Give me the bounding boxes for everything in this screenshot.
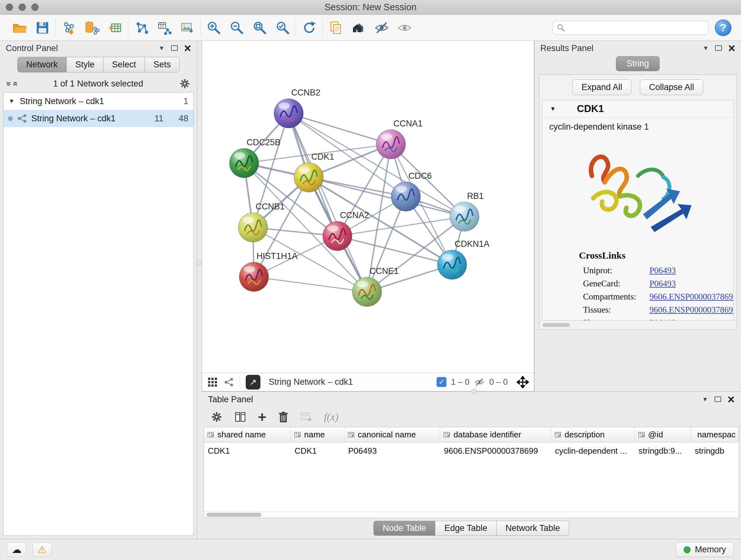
- network-node-CDC25B[interactable]: CDC25B: [229, 138, 280, 178]
- import-network-file-button[interactable]: [60, 18, 78, 37]
- refresh-button[interactable]: [300, 18, 319, 37]
- function-builder-icon[interactable]: f(x): [324, 411, 339, 423]
- column-header[interactable]: name: [291, 427, 344, 442]
- panel-close-icon[interactable]: ×: [728, 44, 735, 53]
- zoom-out-button[interactable]: [227, 18, 246, 37]
- crosslink-link[interactable]: P06493: [650, 279, 676, 289]
- tab-style[interactable]: Style: [67, 57, 104, 72]
- cell-database-identifier[interactable]: 9606.ENSP00000378699: [440, 442, 551, 459]
- first-neighbors-button[interactable]: [349, 18, 368, 37]
- results-tab-string[interactable]: String: [616, 56, 660, 71]
- network-edge[interactable]: [288, 113, 391, 144]
- tab-node-table[interactable]: Node Table: [374, 521, 435, 536]
- network-edge[interactable]: [288, 113, 367, 292]
- cell-name[interactable]: CDK1: [291, 442, 344, 459]
- help-button[interactable]: ?: [715, 19, 731, 36]
- vertical-splitter[interactable]: [197, 41, 202, 539]
- new-network-from-table-button[interactable]: [155, 18, 174, 37]
- crosslink-link[interactable]: P06493: [650, 266, 676, 275]
- cell-id[interactable]: stringdb:9...: [635, 442, 691, 459]
- export-image-button[interactable]: [178, 18, 197, 37]
- tab-network[interactable]: Network: [17, 57, 67, 72]
- tab-network-table[interactable]: Network Table: [496, 521, 569, 536]
- network-node-CDK1[interactable]: CDK1: [294, 152, 334, 192]
- expand-all-button[interactable]: Expand All: [572, 79, 631, 95]
- crosslink-link[interactable]: P06493: [650, 318, 676, 320]
- column-header[interactable]: description: [551, 427, 635, 442]
- zoom-selected-button[interactable]: [273, 18, 292, 37]
- share-network-icon[interactable]: [224, 377, 234, 387]
- cell-canonical-name[interactable]: P06493: [344, 442, 440, 459]
- column-header[interactable]: database identifier: [440, 427, 551, 442]
- close-window-button[interactable]: [6, 3, 13, 11]
- open-external-button[interactable]: ↗: [246, 375, 260, 389]
- crosslink-link[interactable]: 9606.ENSP00000378699: [650, 292, 734, 302]
- splitter-knob[interactable]: [197, 260, 202, 265]
- table-horizontal-scrollbar[interactable]: [204, 511, 739, 518]
- zoom-window-button[interactable]: [31, 3, 39, 11]
- collapse-all-button[interactable]: Collapse All: [640, 79, 703, 95]
- show-all-button[interactable]: [395, 18, 414, 37]
- network-node-RB1[interactable]: RB1: [450, 191, 484, 232]
- panel-float-icon[interactable]: [715, 45, 722, 51]
- table-row[interactable]: CDK1 CDK1 P06493 9606.ENSP00000378699 cy…: [204, 442, 739, 459]
- pan-crosshair-icon[interactable]: [517, 376, 529, 388]
- network-graph[interactable]: CCNB2CCNA1CDC25BCDK1CDC6RB1CCNB1CCNA2CDK…: [202, 41, 534, 373]
- hide-selected-button[interactable]: [373, 18, 391, 37]
- memory-button[interactable]: Memory: [676, 542, 734, 557]
- cell-namespace[interactable]: stringdb: [691, 442, 739, 459]
- cell-description[interactable]: cyclin-dependent ...: [551, 442, 635, 459]
- network-row-selected[interactable]: String Network – cdk1 11 48: [3, 110, 193, 127]
- network-node-CDKN1A[interactable]: CDKN1A: [437, 239, 489, 279]
- selected-checkbox-icon[interactable]: ✓: [436, 377, 447, 387]
- import-table-file-button[interactable]: [106, 18, 124, 37]
- duplicate-network-button[interactable]: [327, 18, 345, 37]
- network-canvas[interactable]: CCNB2CCNA1CDC25BCDK1CDC6RB1CCNB1CCNA2CDK…: [202, 41, 534, 391]
- disclosure-triangle-icon[interactable]: ▼: [9, 98, 15, 105]
- splitter-knob[interactable]: [471, 389, 477, 394]
- gear-icon[interactable]: [179, 78, 191, 89]
- column-header[interactable]: shared name: [204, 427, 291, 442]
- delete-trash-icon[interactable]: [278, 411, 289, 423]
- panel-menu-icon[interactable]: ▼: [703, 45, 709, 52]
- hidden-eye-slash-icon[interactable]: [474, 377, 485, 388]
- expand-all-icon[interactable]: »: [10, 81, 19, 86]
- panel-float-icon[interactable]: [171, 45, 178, 51]
- tab-edge-table[interactable]: Edge Table: [435, 521, 496, 536]
- column-header[interactable]: @id: [635, 427, 691, 442]
- minimize-window-button[interactable]: [18, 3, 26, 11]
- new-network-button[interactable]: [132, 18, 151, 37]
- network-edge[interactable]: [254, 277, 367, 292]
- network-node-CCNE1[interactable]: CCNE1: [352, 266, 399, 307]
- table-settings-gear-icon[interactable]: [211, 411, 223, 423]
- panel-close-icon[interactable]: ×: [184, 44, 191, 53]
- panel-float-icon[interactable]: [715, 396, 721, 402]
- search-input[interactable]: [568, 23, 704, 33]
- search-field[interactable]: [553, 21, 709, 35]
- crosslink-link[interactable]: 9606.ENSP00000378699: [650, 305, 734, 315]
- panel-menu-icon[interactable]: ▼: [702, 396, 708, 403]
- network-node-CCNB1[interactable]: CCNB1: [239, 202, 285, 242]
- import-network-database-button[interactable]: [83, 18, 101, 37]
- panel-close-icon[interactable]: ×: [728, 395, 735, 404]
- save-session-button[interactable]: [33, 18, 52, 37]
- add-column-icon[interactable]: +: [258, 411, 266, 423]
- tab-sets[interactable]: Sets: [145, 57, 179, 72]
- column-header[interactable]: canonical name: [344, 427, 440, 442]
- zoom-in-button[interactable]: [205, 18, 223, 37]
- network-node-HIST1H1A[interactable]: HIST1H1A: [239, 251, 298, 292]
- birdseye-grid-icon[interactable]: [207, 377, 218, 388]
- zoom-fit-button[interactable]: [251, 18, 269, 37]
- show-columns-icon[interactable]: [234, 411, 246, 423]
- column-header[interactable]: namespac: [691, 427, 739, 442]
- network-node-CCNA1[interactable]: CCNA1: [376, 119, 422, 159]
- collapse-gene-icon[interactable]: ▼: [550, 105, 556, 112]
- warnings-button[interactable]: ⚠: [32, 543, 52, 557]
- panel-menu-icon[interactable]: ▼: [158, 45, 165, 52]
- tab-select[interactable]: Select: [104, 57, 145, 72]
- network-collection-row[interactable]: ▼ String Network – cdk1 1: [3, 92, 193, 110]
- cell-shared-name[interactable]: CDK1: [204, 442, 291, 459]
- network-node-CCNB2[interactable]: CCNB2: [274, 88, 320, 128]
- open-session-button[interactable]: [10, 18, 29, 37]
- results-horizontal-scrollbar[interactable]: [542, 322, 734, 327]
